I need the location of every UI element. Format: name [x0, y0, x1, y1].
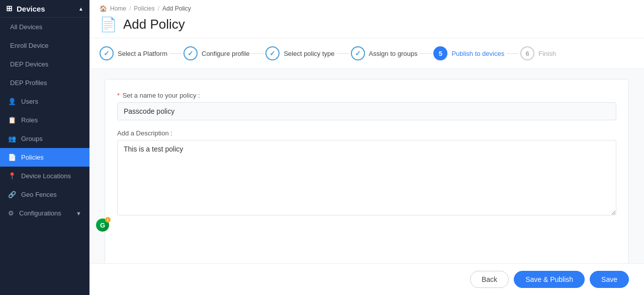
sidebar-item-all-devices[interactable]: All Devices: [0, 18, 89, 36]
policies-icon: 📄: [8, 154, 16, 161]
sidebar-label-groups: Groups: [21, 135, 43, 142]
sidebar-label-all-devices: All Devices: [10, 23, 42, 31]
sidebar-item-dep-devices[interactable]: DEP Devices: [0, 55, 89, 73]
sidebar-label-policies: Policies: [21, 154, 44, 161]
device-locations-icon: 📍: [8, 172, 16, 180]
steps-wizard: ✓ Select a Platform ✓ Configure profile …: [89, 38, 644, 69]
sidebar-label-enroll-device: Enroll Device: [10, 42, 49, 49]
step-select-platform[interactable]: ✓ Select a Platform: [100, 46, 167, 60]
policy-name-group: * Set a name to your policy :: [117, 92, 616, 120]
step-label-publish-to-devices: Publish to devices: [451, 50, 504, 57]
sidebar-label-roles: Roles: [21, 116, 38, 124]
step-label-finish: Finish: [538, 50, 556, 57]
step-connector-5: [506, 53, 518, 54]
step-assign-to-groups[interactable]: ✓ Assign to groups: [351, 46, 418, 60]
page-header: 📄 Add Policy: [89, 14, 644, 38]
groups-icon: 👥: [8, 135, 16, 142]
sidebar-item-users[interactable]: 👤 Users: [0, 92, 89, 111]
policy-description-textarea[interactable]: This is a test policy: [117, 140, 616, 215]
home-icon: 🏠: [100, 5, 107, 12]
step-circle-select-policy-type: ✓: [265, 46, 280, 60]
sidebar-label-users: Users: [21, 98, 38, 105]
step-label-select-policy-type: Select policy type: [284, 50, 334, 57]
configurations-icon: ⚙: [8, 209, 14, 217]
sidebar-item-geo-fences[interactable]: 🔗 Geo Fences: [0, 185, 89, 204]
breadcrumb-sep1: /: [129, 5, 131, 12]
grammarly-badge: G 1: [96, 218, 109, 232]
breadcrumb-current: Add Policy: [162, 5, 191, 12]
sidebar-item-configurations[interactable]: ⚙ Configurations ▼: [0, 204, 89, 223]
save-publish-button[interactable]: Save & Publish: [514, 271, 585, 288]
step-circle-configure-profile: ✓: [183, 46, 198, 60]
step-circle-assign-to-groups: ✓: [351, 46, 365, 60]
sidebar-chevron-icon: ▲: [78, 6, 83, 12]
step-number-finish: 6: [526, 50, 529, 57]
action-buttons: Back Save & Publish Save: [89, 263, 644, 295]
step-connector-1: [169, 53, 181, 54]
policy-name-input[interactable]: [117, 102, 616, 120]
main-content: 🏠 Home / Policies / Add Policy 📄 Add Pol…: [89, 0, 644, 295]
breadcrumb-sep2: /: [158, 5, 159, 12]
sidebar-label-device-locations: Device Locations: [21, 172, 71, 180]
form-card: * Set a name to your policy : Add a Desc…: [105, 79, 629, 263]
required-star: *: [117, 92, 120, 99]
step-configure-profile[interactable]: ✓ Configure profile: [183, 46, 249, 60]
policy-description-label: Add a Description :: [117, 129, 616, 137]
sidebar-item-roles[interactable]: 📋 Roles: [0, 111, 89, 129]
sidebar-label-dep-devices: DEP Devices: [10, 60, 48, 68]
sidebar-item-dep-profiles[interactable]: DEP Profiles: [0, 73, 89, 92]
sidebar-item-enroll-device[interactable]: Enroll Device: [0, 36, 89, 55]
save-button[interactable]: Save: [590, 271, 629, 288]
step-circle-select-platform: ✓: [100, 46, 114, 60]
breadcrumb: 🏠 Home / Policies / Add Policy: [89, 0, 644, 14]
step-label-configure-profile: Configure profile: [202, 50, 249, 57]
devices-grid-icon: ⊞: [6, 4, 13, 13]
sidebar: ⊞ Devices ▲ All Devices Enroll Device DE…: [0, 0, 89, 295]
sidebar-devices-header[interactable]: ⊞ Devices ▲: [0, 0, 89, 18]
sidebar-app-name: Devices: [17, 5, 45, 13]
sidebar-item-groups[interactable]: 👥 Groups: [0, 129, 89, 148]
step-connector-4: [419, 53, 431, 54]
sidebar-label-geo-fences: Geo Fences: [21, 191, 57, 198]
sidebar-label-configurations: Configurations: [19, 209, 61, 217]
sidebar-item-policies[interactable]: 📄 Policies: [0, 148, 89, 167]
page-title: Add Policy: [123, 17, 185, 32]
back-button[interactable]: Back: [470, 271, 509, 288]
step-label-assign-to-groups: Assign to groups: [369, 50, 418, 57]
geo-fences-icon: 🔗: [8, 191, 16, 198]
grammarly-notification: 1: [105, 217, 111, 223]
page-title-icon: 📄: [100, 16, 117, 33]
sidebar-item-device-locations[interactable]: 📍 Device Locations: [0, 167, 89, 185]
breadcrumb-home[interactable]: Home: [110, 5, 126, 12]
step-number-publish: 5: [439, 50, 442, 57]
step-connector-3: [337, 53, 349, 54]
sidebar-label-dep-profiles: DEP Profiles: [10, 79, 47, 87]
step-publish-to-devices[interactable]: 5 Publish to devices: [433, 46, 504, 60]
form-content: * Set a name to your policy : Add a Desc…: [89, 69, 644, 263]
configurations-chevron-icon: ▼: [76, 210, 81, 216]
users-icon: 👤: [8, 98, 16, 105]
step-connector-2: [251, 53, 263, 54]
step-finish[interactable]: 6 Finish: [520, 46, 556, 60]
policy-name-label: * Set a name to your policy :: [117, 92, 616, 99]
policy-description-group: Add a Description : This is a test polic…: [117, 129, 616, 217]
roles-icon: 📋: [8, 116, 16, 124]
step-label-select-platform: Select a Platform: [118, 50, 167, 57]
step-select-policy-type[interactable]: ✓ Select policy type: [265, 46, 334, 60]
breadcrumb-policies[interactable]: Policies: [134, 5, 154, 12]
step-circle-finish: 6: [520, 46, 534, 60]
step-circle-publish-to-devices: 5: [433, 46, 447, 60]
